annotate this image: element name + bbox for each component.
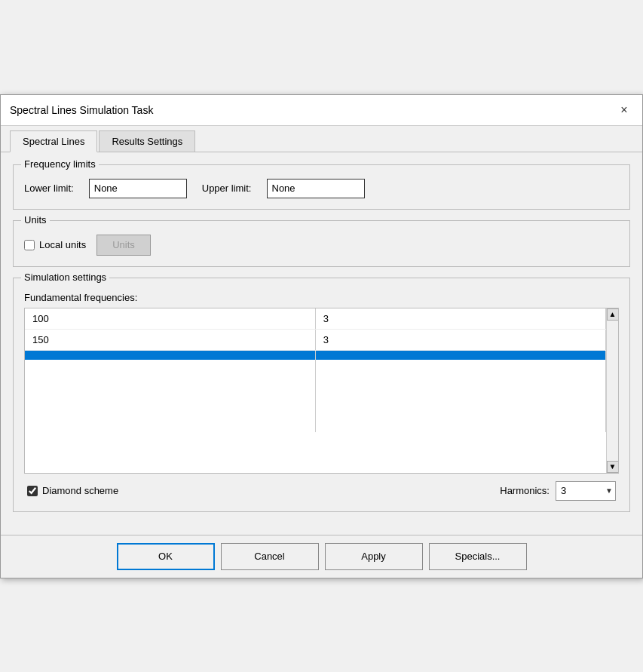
ok-button[interactable]: OK	[117, 543, 215, 570]
content-area: Frequency limits Lower limit: Upper limi…	[1, 152, 642, 535]
table-cell: 150	[25, 329, 315, 350]
tab-bar: Spectral Lines Results Settings	[1, 126, 642, 152]
frequency-limits-title: Frequency limits	[21, 158, 99, 170]
table-cell	[315, 350, 605, 360]
table-cell: 100	[25, 308, 315, 330]
frequencies-table-scroll[interactable]: 100 3 150 3	[25, 308, 606, 473]
apply-button[interactable]: Apply	[325, 543, 423, 570]
table-cell	[315, 384, 605, 408]
simulation-settings-group: Simulation settings Fundamental frequenc…	[13, 278, 630, 512]
lower-limit-input[interactable]	[89, 179, 187, 198]
table-cell	[315, 360, 605, 384]
harmonics-row: Harmonics: 3 4 5 6 7 8 ▼	[500, 481, 616, 501]
table-cell	[25, 360, 315, 384]
table-cell	[25, 408, 315, 432]
units-group: Units Local units Units	[13, 220, 630, 267]
table-cell	[25, 350, 315, 360]
lower-limit-label: Lower limit:	[24, 183, 74, 194]
dialog-title: Spectral Lines Simulation Task	[10, 104, 153, 116]
table-row[interactable]	[25, 384, 606, 408]
tab-results-settings[interactable]: Results Settings	[99, 130, 195, 152]
table-row-selected[interactable]	[25, 350, 606, 360]
button-row: OK Cancel Apply Specials...	[1, 535, 642, 578]
local-units-checkbox-label[interactable]: Local units	[24, 239, 86, 250]
harmonics-label: Harmonics:	[500, 485, 550, 496]
table-row[interactable]	[25, 408, 606, 432]
units-button[interactable]: Units	[96, 235, 151, 256]
upper-limit-label: Upper limit:	[202, 183, 252, 194]
table-row[interactable]: 150 3	[25, 329, 606, 350]
fundamental-frequencies-label: Fundamental frequencies:	[24, 292, 619, 303]
table-row[interactable]	[25, 360, 606, 384]
local-units-label: Local units	[39, 239, 86, 250]
table-cell	[25, 384, 315, 408]
table-cell	[315, 408, 605, 432]
close-button[interactable]: ×	[615, 101, 633, 119]
table-scrollbar: ▲ ▼	[606, 308, 618, 473]
frequencies-table: 100 3 150 3	[25, 308, 606, 432]
frequencies-table-container: 100 3 150 3	[24, 308, 619, 474]
units-row: Local units Units	[24, 235, 619, 256]
scroll-up-button[interactable]: ▲	[607, 308, 619, 321]
title-bar: Spectral Lines Simulation Task ×	[1, 95, 642, 126]
diamond-scheme-label: Diamond scheme	[42, 485, 118, 496]
cancel-button[interactable]: Cancel	[221, 543, 319, 570]
table-cell: 3	[315, 308, 605, 330]
dialog: Spectral Lines Simulation Task × Spectra…	[0, 94, 643, 578]
table-row[interactable]: 100 3	[25, 308, 606, 330]
bottom-options: Diamond scheme Harmonics: 3 4 5 6 7 8 ▼	[24, 481, 619, 501]
units-title: Units	[21, 214, 50, 226]
diamond-scheme-checkbox-label[interactable]: Diamond scheme	[27, 485, 118, 496]
local-units-checkbox[interactable]	[24, 240, 35, 250]
freq-limits-row: Lower limit: Upper limit:	[24, 179, 619, 198]
upper-limit-input[interactable]	[267, 179, 365, 198]
frequency-limits-group: Frequency limits Lower limit: Upper limi…	[13, 164, 630, 210]
simulation-settings-title: Simulation settings	[21, 272, 109, 283]
specials-button[interactable]: Specials...	[429, 543, 527, 570]
harmonics-select-wrapper: 3 4 5 6 7 8 ▼	[556, 481, 616, 501]
scroll-down-button[interactable]: ▼	[607, 461, 619, 473]
diamond-scheme-checkbox[interactable]	[27, 486, 38, 496]
tab-spectral-lines[interactable]: Spectral Lines	[10, 130, 97, 152]
table-cell: 3	[315, 329, 605, 350]
harmonics-select[interactable]: 3 4 5 6 7 8	[556, 481, 616, 501]
